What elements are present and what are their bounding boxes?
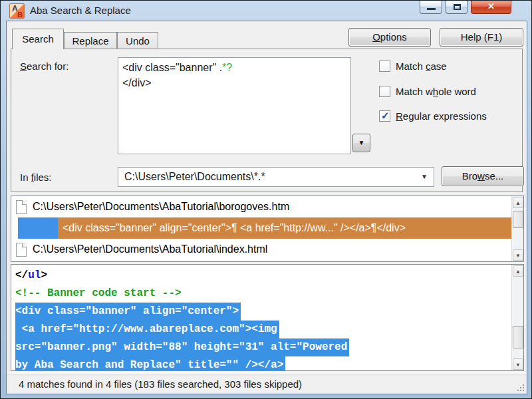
search-input[interactable]: <div class="banner" .*? </div> [118,57,351,154]
match-highlight-text: <div class="banner" align="center">¶ <a … [58,217,511,239]
app-icon: A B [9,3,25,19]
app-icon-letter-b: B [17,11,23,19]
resize-grip[interactable] [516,383,524,391]
match-whole-word-checkbox-box[interactable] [379,86,390,97]
result-file-path: C:\Users\Peter\Documents\AbaTutorial\bor… [33,201,289,213]
in-files-label: In files: [20,172,52,183]
preview-code: </ul> <!-- Banner code start --> <div cl… [15,267,510,370]
dropdown-arrow-icon: ▼ [421,168,428,186]
regex-metachar: *? [222,62,232,73]
regular-expressions-label: Regular expressions [396,110,487,122]
in-files-combobox[interactable]: C:\Users\Peter\Documents\*.* ▼ [118,167,434,187]
checkbox-match-case[interactable]: Match case [379,61,447,72]
file-icon [16,243,27,257]
title-bar[interactable]: A B Aba Search & Replace ✕ [1,1,531,21]
in-files-path-value: C:\Users\Peter\Documents\*.* [124,171,265,182]
checkbox-match-whole-word[interactable]: Match whole word [379,86,476,97]
status-bar: 4 matches found in 4 files (183 files se… [7,374,527,394]
results-scrollbar[interactable]: ▲ ▼ [511,196,523,261]
scroll-down-button[interactable]: ▼ [513,358,523,370]
search-pattern-line2: </div> [122,75,346,90]
tab-search[interactable]: Search [12,29,64,49]
checkmark-icon: ✓ [381,110,390,122]
result-row-match[interactable]: <div class="banner" align="center">¶ <a … [11,217,523,239]
code-line-selected: <a href="http://www.abareplace.com"><img [15,321,510,338]
dialog-content: Search Replace Undo Options Help (F1) Se… [6,21,527,394]
preview-pane[interactable]: </ul> <!-- Banner code start --> <div cl… [11,264,524,371]
code-line-selected: by Aba Search and Replace" title="" /></… [15,356,510,370]
help-button[interactable]: Help (F1) [440,28,523,47]
tab-replace[interactable]: Replace [64,32,117,49]
result-file-path: C:\Users\Peter\Documents\AbaTutorial\ind… [33,243,267,255]
status-text: 4 matches found in 4 files (183 files se… [19,374,302,394]
maximize-icon [454,4,461,10]
minimize-button[interactable] [420,1,442,14]
chevron-down-icon: ▼ [353,139,370,146]
file-icon [16,200,27,214]
search-history-dropdown-button[interactable]: ▼ [352,134,370,152]
regular-expressions-checkbox-box[interactable]: ✓ [379,110,390,122]
match-case-checkbox-box[interactable] [379,61,390,72]
maximize-button[interactable] [446,1,467,14]
result-row-file-2[interactable]: C:\Users\Peter\Documents\AbaTutorial\ind… [11,239,523,260]
scroll-thumb[interactable] [513,326,523,348]
minimize-icon [427,8,436,10]
preview-scrollbar[interactable]: ▲ ▼ [511,265,523,370]
code-line-comment: <!-- Banner code start --> [15,285,510,303]
match-whole-word-label: Match whole word [396,86,476,97]
code-line: </ul> [15,267,510,285]
code-line-selected: <div class="banner" align="center"> [15,303,510,321]
code-line-selected: src="banner.png" width="88" height="31" … [15,338,510,356]
result-row-file-1[interactable]: C:\Users\Peter\Documents\AbaTutorial\bor… [11,196,523,217]
search-for-label: Search for: [20,61,68,72]
browse-button[interactable]: Browse... [442,166,524,186]
close-button[interactable]: ✕ [471,1,511,14]
close-icon: ✕ [471,1,511,11]
checkbox-regular-expressions[interactable]: ✓ Regular expressions [379,110,487,122]
scroll-up-button[interactable]: ▲ [513,197,523,208]
options-button[interactable]: Options [348,28,431,47]
window-controls: ✕ [420,1,511,14]
app-window: A B Aba Search & Replace ✕ Search Replac… [0,0,532,399]
match-case-label: Match case [396,61,447,72]
window-title: Aba Search & Replace [30,1,131,21]
search-pattern-line1: <div class="banner" .*? [122,60,346,75]
scroll-down-button[interactable]: ▼ [513,249,523,261]
scroll-thumb[interactable] [513,211,523,228]
tab-undo[interactable]: Undo [117,32,158,49]
results-list: C:\Users\Peter\Documents\AbaTutorial\bor… [11,196,524,262]
scroll-up-button[interactable]: ▲ [513,265,523,277]
selection-marker [18,217,58,239]
